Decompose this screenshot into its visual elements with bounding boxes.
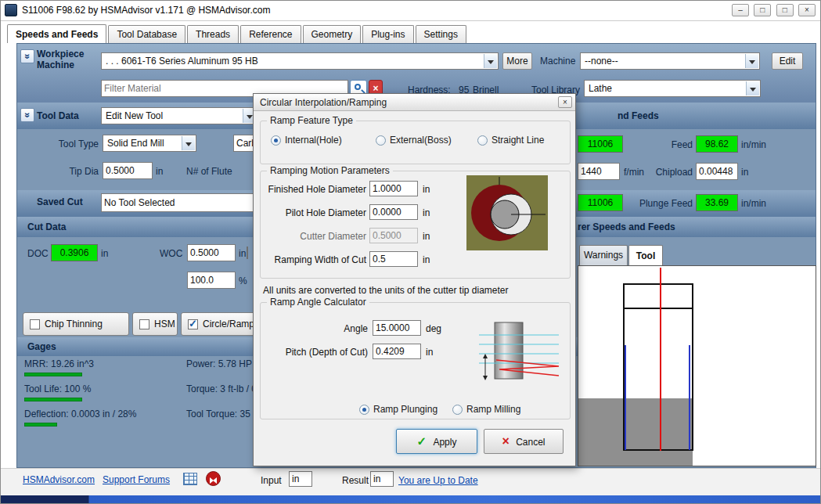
tip-dia-unit: in [156, 166, 163, 177]
dropdown-arrow-icon[interactable] [484, 54, 497, 68]
mrr-text: MRR: 19.26 in^3 [24, 358, 94, 369]
ramping-width-input[interactable] [369, 251, 418, 267]
finished-hole-unit: in [423, 184, 430, 195]
radio-icon[interactable] [376, 135, 386, 146]
dropdown-arrow-icon[interactable] [746, 81, 759, 95]
machine-dropdown[interactable]: --none-- [580, 52, 760, 70]
tool-type-value: Solid End Mill [107, 138, 164, 149]
pitch-input[interactable] [373, 344, 421, 359]
tab-plug-ins[interactable]: Plug-ins [362, 25, 413, 43]
maximize-icon[interactable]: □ [776, 4, 794, 16]
plunge-feed-label: Plunge Feed [635, 198, 693, 209]
chip-thinning-button[interactable]: Chip Thinning [23, 312, 129, 336]
update-status-link[interactable]: You are Up to Date [398, 475, 478, 486]
tab-threads[interactable]: Threads [187, 25, 239, 43]
apply-label: Apply [433, 437, 456, 448]
hsm-checkbox[interactable] [139, 319, 149, 329]
restore-icon[interactable]: □ [754, 4, 771, 16]
tool-life-text: Tool Life: 100 % [24, 383, 91, 394]
input-units-box[interactable]: in [289, 471, 312, 487]
radio-ramp-milling[interactable]: Ramp Milling [452, 404, 520, 415]
circle-ramp-checkbox[interactable] [188, 319, 198, 329]
radio-selected-icon[interactable] [359, 405, 369, 415]
hsm-button[interactable]: HSM [132, 312, 178, 336]
woc-input[interactable] [187, 244, 236, 261]
tab-reference[interactable]: Reference [240, 25, 301, 43]
surface-speed-input[interactable] [578, 163, 620, 180]
minimize-icon[interactable]: – [732, 4, 749, 16]
close-icon[interactable]: × [798, 4, 816, 16]
flute-line-right [689, 345, 690, 450]
tool-shoulder-line [623, 308, 693, 309]
app-icon [5, 4, 17, 16]
apply-button[interactable]: ✓ Apply [396, 429, 477, 454]
circular-interpolation-dialog: Circular Interpolation/Ramping × Ramp Fe… [253, 93, 576, 466]
deflection-text: Deflection: 0.0003 in / 28% [24, 409, 136, 419]
edit-machine-button[interactable]: Edit [772, 52, 803, 70]
main-tab-bar: Speeds and FeedsTool DatabaseThreadsRefe… [7, 24, 468, 42]
woc-lock-checkbox[interactable] [247, 247, 248, 259]
plunge-feed-value: 33.69 [696, 194, 738, 211]
radio-ramp-plunging[interactable]: Ramp Plunging [359, 404, 438, 415]
tab-tool-database[interactable]: Tool Database [108, 25, 185, 43]
radio-external-boss[interactable]: External(Boss) [376, 135, 452, 146]
deflection-gauge-bar [24, 423, 57, 427]
tool-library-dropdown[interactable]: Lathe [584, 80, 761, 97]
support-forums-link[interactable]: Support Forums [103, 474, 170, 485]
cut-data-label: Cut Data [27, 221, 66, 232]
feed-value: 98.62 [696, 135, 738, 153]
tab-geometry[interactable]: Geometry [303, 25, 362, 43]
more-button[interactable]: More [502, 52, 532, 70]
flutes-label: N# of Flute [186, 166, 232, 177]
tool-type-dropdown[interactable]: Solid End Mill [103, 135, 196, 152]
chip-thinning-checkbox[interactable] [30, 319, 40, 329]
brand-icon[interactable] [206, 471, 221, 486]
chipload-label: Chipload [638, 167, 693, 178]
material-dropdown[interactable]: . . . 6061-T6 Series Aluminum 95 HB [101, 52, 499, 70]
circle-ramp-label: Circle/Ramp [203, 319, 254, 329]
hsmadvisor-link[interactable]: HSMAdvisor.com [23, 474, 95, 485]
finished-hole-label: Finished Hole Diameter [257, 184, 366, 195]
dialog-close-icon[interactable]: × [558, 96, 572, 108]
circle-ramp-button[interactable]: Circle/Ramp [181, 312, 262, 336]
title-bar: S11006 F98.62 by HSMAdvisor v1.171 @ HSM… [1, 1, 820, 21]
ramping-width-unit: in [423, 254, 430, 265]
collapse-tool-data-icon[interactable]: » [20, 108, 34, 122]
chipload-input[interactable] [696, 163, 738, 180]
tab-warnings[interactable]: Warnings [579, 245, 628, 265]
collapse-workpiece-icon[interactable]: » [20, 49, 34, 63]
plunge-feed-unit: in/min [741, 198, 766, 209]
radio-straight-line[interactable]: Straight Line [477, 135, 544, 146]
dialog-title-bar[interactable]: Circular Interpolation/Ramping × [254, 94, 575, 111]
stats-icon[interactable] [183, 473, 197, 485]
tab-settings[interactable]: Settings [416, 25, 466, 43]
doc-label: DOC [27, 248, 49, 259]
app-window: S11006 F98.62 by HSMAdvisor v1.171 @ HSM… [0, 0, 821, 504]
finished-hole-input[interactable] [369, 181, 418, 196]
dropdown-arrow-icon[interactable] [745, 54, 758, 68]
mrr-gauge-bar [24, 373, 82, 376]
result-units-box[interactable]: in [370, 471, 394, 487]
power-text: Power: 5.78 HP / [186, 358, 257, 369]
radio-selected-icon[interactable] [271, 135, 281, 146]
tip-dia-input[interactable] [103, 162, 153, 179]
woc-percent-input[interactable] [187, 272, 236, 289]
radio-internal-hole[interactable]: Internal(Hole) [271, 135, 342, 146]
ramping-motion-label: Ramping Motion Parameters [267, 165, 393, 176]
saved-cut-value[interactable]: No Tool Selected [101, 193, 257, 212]
cutter-diameter-unit: in [423, 231, 430, 242]
dropdown-arrow-icon[interactable] [182, 136, 195, 150]
circular-interpolation-image [466, 175, 548, 250]
input-units-label: Input [261, 475, 282, 486]
tab-speeds-and-feeds[interactable]: Speeds and Feeds [7, 24, 106, 43]
angle-input[interactable] [373, 320, 421, 336]
cancel-button[interactable]: × Cancel [484, 429, 564, 454]
window-title: S11006 F98.62 by HSMAdvisor v1.171 @ HSM… [22, 5, 270, 16]
pilot-hole-input[interactable] [369, 204, 418, 220]
machine-dropdown-value: --none-- [585, 56, 618, 67]
edit-new-tool-dropdown[interactable]: Edit New Tool [101, 107, 257, 124]
angle-unit: deg [426, 323, 441, 334]
tab-tool[interactable]: Tool [628, 245, 663, 266]
radio-icon[interactable] [477, 135, 488, 146]
radio-icon[interactable] [452, 405, 463, 415]
